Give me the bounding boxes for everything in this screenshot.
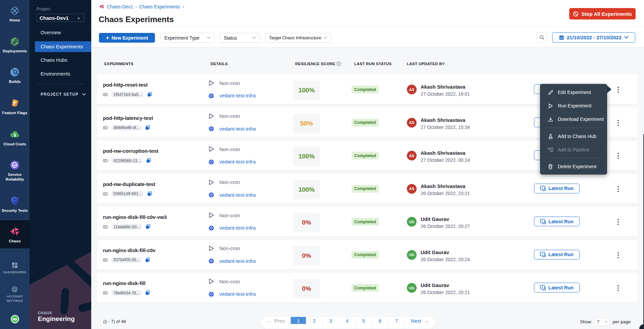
svg-text:$: $	[14, 133, 16, 138]
